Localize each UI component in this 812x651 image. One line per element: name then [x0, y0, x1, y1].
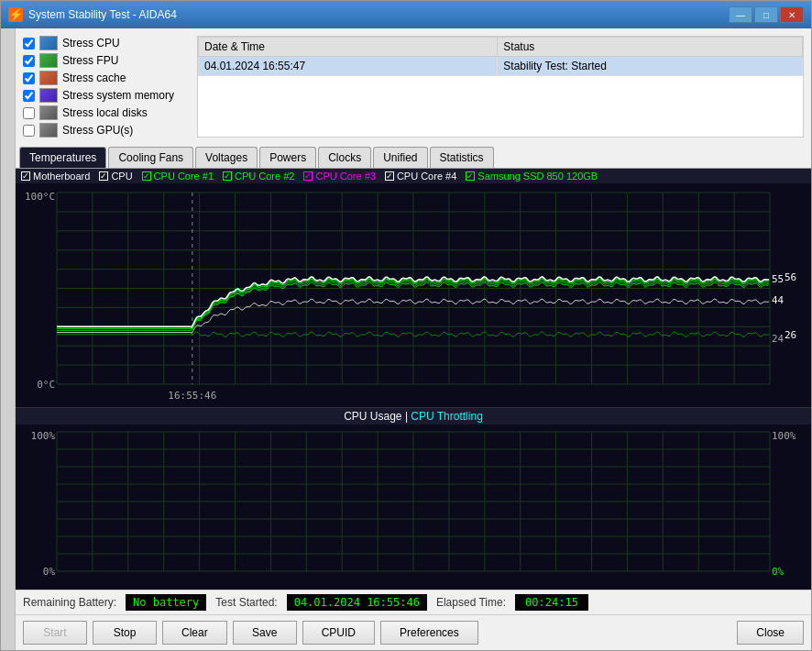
test-started-value: 04.01.2024 16:55:46: [287, 594, 427, 611]
tabs-bar: TemperaturesCooling FansVoltagesPowersCl…: [16, 145, 811, 169]
legend-item-2: ✓ CPU Core #1: [142, 171, 214, 182]
bottom-status: Remaining Battery: No battery Test Start…: [16, 590, 811, 614]
cb-icon-stress-disks: [39, 105, 58, 120]
close-button[interactable]: Close: [737, 621, 804, 645]
cb-label-stress-memory: Stress system memory: [62, 89, 174, 102]
col-datetime: Date & Time: [199, 38, 498, 57]
cpu-usage-chart: [16, 425, 811, 590]
cb-icon-stress-gpu: [39, 123, 58, 138]
title-bar: ⚡ System Stability Test - AIDA64 — □ ✕: [1, 1, 811, 28]
preferences-button[interactable]: Preferences: [380, 621, 478, 645]
log-row[interactable]: 04.01.2024 16:55:47Stability Test: Start…: [199, 57, 803, 76]
legend-item-0: ✓ Motherboard: [21, 171, 90, 182]
cb-label-stress-gpu: Stress GPU(s): [62, 124, 133, 137]
tabs-container: TemperaturesCooling FansVoltagesPowersCl…: [16, 145, 811, 169]
elapsed-label: Elapsed Time:: [436, 596, 506, 609]
checkbox-item-stress-cache: Stress cache: [23, 71, 188, 85]
cpuid-button[interactable]: CPUID: [302, 621, 375, 645]
legend-check-6[interactable]: ✓: [466, 171, 475, 181]
checkbox-stress-memory[interactable]: [23, 90, 35, 102]
legend-check-2[interactable]: ✓: [142, 171, 151, 181]
legend-label-0: Motherboard: [33, 171, 90, 182]
checkbox-stress-disks[interactable]: [23, 107, 35, 119]
cb-label-stress-fpu: Stress FPU: [62, 54, 118, 67]
legend-item-1: ✓ CPU: [99, 171, 132, 182]
charts-area: ✓ Motherboard ✓ CPU ✓ CPU Core #1 ✓ CPU …: [16, 169, 811, 590]
checkbox-item-stress-fpu: Stress FPU: [23, 53, 188, 68]
tab-powers[interactable]: Powers: [259, 147, 316, 168]
legend-label-3: CPU Core #2: [235, 171, 294, 182]
clear-button[interactable]: Clear: [162, 621, 227, 645]
legend-item-6: ✓ Samsung SSD 850 120GB: [466, 171, 598, 182]
cpu-canvas: [16, 425, 811, 590]
legend-check-5[interactable]: ✓: [385, 171, 394, 181]
legend-check-4[interactable]: ✓: [303, 171, 313, 181]
window-close-button[interactable]: ✕: [780, 6, 804, 23]
cpu-throttle-label: CPU Throttling: [411, 410, 482, 423]
start-button[interactable]: Start: [23, 621, 87, 645]
checkbox-item-stress-cpu: Stress CPU: [23, 36, 188, 50]
battery-label: Remaining Battery:: [23, 596, 116, 609]
legend-item-4: ✓ CPU Core #3: [303, 171, 375, 182]
log-table: Date & Time Status 04.01.2024 16:55:47St…: [197, 36, 804, 138]
tab-statistics[interactable]: Statistics: [430, 147, 494, 168]
cb-icon-stress-memory: [39, 88, 58, 103]
legend-check-0[interactable]: ✓: [21, 171, 30, 181]
col-status: Status: [498, 38, 803, 57]
cb-icon-stress-cache: [39, 71, 58, 85]
log-datetime: 04.01.2024 16:55:47: [199, 57, 498, 76]
cb-label-stress-cpu: Stress CPU: [62, 37, 120, 50]
app-icon: ⚡: [8, 7, 23, 22]
legend-label-5: CPU Core #4: [397, 171, 456, 182]
minimize-button[interactable]: —: [729, 6, 752, 23]
temp-canvas: [16, 183, 811, 407]
checkbox-stress-fpu[interactable]: [23, 55, 35, 67]
legend-label-4: CPU Core #3: [315, 171, 375, 182]
title-bar-left: ⚡ System Stability Test - AIDA64: [8, 7, 177, 22]
cb-label-stress-cache: Stress cache: [62, 72, 126, 84]
cb-label-stress-disks: Stress local disks: [62, 106, 148, 119]
stop-button[interactable]: Stop: [93, 621, 157, 645]
cb-icon-stress-cpu: [39, 36, 58, 50]
tab-unified[interactable]: Unified: [373, 147, 427, 168]
legend-item-5: ✓ CPU Core #4: [385, 171, 456, 182]
temp-chart: [16, 183, 811, 408]
main-window: ⚡ System Stability Test - AIDA64 — □ ✕ S…: [0, 0, 812, 651]
checkbox-stress-gpu[interactable]: [23, 125, 35, 137]
tab-voltages[interactable]: Voltages: [195, 147, 258, 168]
cb-icon-stress-fpu: [39, 53, 58, 68]
battery-value: No battery: [126, 594, 206, 611]
legend-item-3: ✓ CPU Core #2: [223, 171, 294, 182]
checkbox-stress-cache[interactable]: [23, 72, 35, 84]
tab-clocks[interactable]: Clocks: [318, 147, 371, 168]
button-bar: Start Stop Clear Save CPUID Preferences …: [16, 614, 811, 650]
tab-cooling-fans[interactable]: Cooling Fans: [108, 147, 193, 168]
top-panel: Stress CPU Stress FPU Stress cache Stres…: [16, 28, 811, 145]
log-status: Stability Test: Started: [498, 57, 803, 76]
cpu-usage-label: CPU Usage: [344, 410, 401, 423]
checkbox-item-stress-gpu: Stress GPU(s): [23, 123, 188, 138]
checkbox-stress-cpu[interactable]: [23, 38, 35, 50]
legend-check-3[interactable]: ✓: [223, 171, 232, 181]
left-sidebar: [1, 28, 16, 650]
maximize-button[interactable]: □: [754, 6, 778, 23]
elapsed-value: 00:24:15: [515, 594, 588, 611]
checkbox-item-stress-memory: Stress system memory: [23, 88, 188, 103]
window-title: System Stability Test - AIDA64: [28, 8, 177, 21]
legend-label-1: CPU: [111, 171, 132, 182]
legend-label-2: CPU Core #1: [154, 171, 214, 182]
legend-check-1[interactable]: ✓: [99, 171, 108, 181]
checkboxes-panel: Stress CPU Stress FPU Stress cache Stres…: [23, 36, 188, 138]
chart-legend: ✓ Motherboard ✓ CPU ✓ CPU Core #1 ✓ CPU …: [16, 169, 811, 183]
content-area: Stress CPU Stress FPU Stress cache Stres…: [1, 28, 811, 650]
main-content: Stress CPU Stress FPU Stress cache Stres…: [16, 28, 811, 650]
cpu-chart-title: CPU Usage | CPU Throttling: [16, 408, 811, 425]
save-button[interactable]: Save: [233, 621, 297, 645]
button-spacer: [484, 621, 732, 645]
test-started-label: Test Started:: [215, 596, 277, 609]
title-controls: — □ ✕: [729, 6, 804, 23]
checkbox-item-stress-disks: Stress local disks: [23, 105, 188, 120]
legend-label-6: Samsung SSD 850 120GB: [477, 171, 598, 182]
tab-temperatures[interactable]: Temperatures: [19, 147, 106, 168]
